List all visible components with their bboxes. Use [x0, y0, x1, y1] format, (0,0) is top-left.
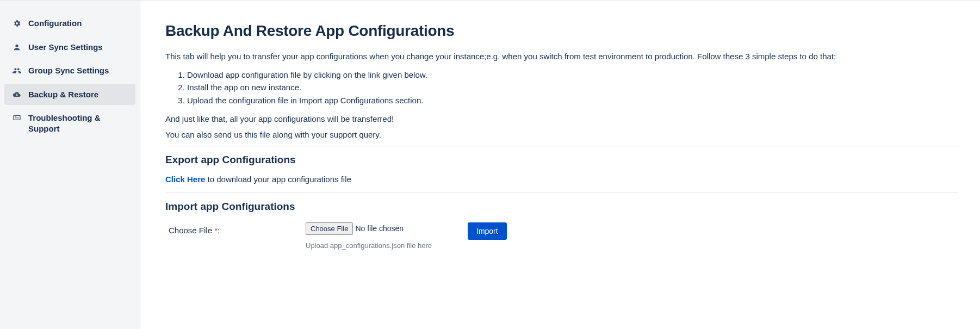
sidebar-item-group-sync[interactable]: Group Sync Settings [4, 60, 135, 82]
sidebar-item-label: Configuration [28, 18, 128, 29]
sidebar-item-user-sync[interactable]: User Sync Settings [4, 36, 135, 58]
choose-file-label: Choose File *: [165, 222, 296, 235]
gear-icon [12, 18, 22, 28]
sidebar-item-label: User Sync Settings [28, 42, 128, 53]
sidebar-item-label: Group Sync Settings [28, 65, 128, 76]
sidebar-item-backup-restore[interactable]: Backup & Restore [4, 84, 135, 105]
step-item: Download app configuration file by click… [187, 69, 958, 81]
main-content: Backup And Restore App Configurations Th… [140, 1, 980, 329]
sidebar-item-troubleshooting[interactable]: Troubleshooting & Support [4, 107, 135, 139]
users-icon [12, 66, 22, 76]
sidebar-item-label: Troubleshooting & Support [28, 113, 128, 134]
sidebar-item-configuration[interactable]: Configuration [4, 13, 135, 34]
import-button[interactable]: Import [468, 222, 507, 240]
divider [165, 193, 958, 193]
export-row: Click Here to download your app configur… [165, 175, 958, 184]
download-link[interactable]: Click Here [165, 175, 205, 184]
page-title: Backup And Restore App Configurations [165, 22, 958, 40]
step-item: Upload the configuration file in Import … [187, 94, 958, 107]
cloud-download-icon [12, 90, 22, 100]
support-paragraph: You can also send us this file along wit… [165, 130, 958, 139]
step-item: Install the app on new instance. [187, 81, 958, 94]
steps-list: Download app configuration file by click… [187, 69, 958, 107]
divider [165, 146, 958, 146]
import-button-column: Import [468, 222, 507, 240]
export-heading: Export app Configurations [165, 154, 958, 166]
import-form-row: Choose File *: Choose FileNo file chosen… [165, 222, 958, 250]
upload-hint: Upload app_configurations.json file here [306, 241, 458, 250]
import-heading: Import app Configurations [165, 201, 958, 213]
export-suffix: to download your app configurations file [205, 175, 351, 184]
choose-file-button[interactable]: Choose File [306, 222, 353, 235]
user-icon [12, 42, 22, 52]
svg-rect-1 [15, 117, 19, 118]
sidebar-item-label: Backup & Restore [28, 89, 128, 100]
outro-paragraph: And just like that, all your app configu… [165, 114, 958, 123]
support-icon [12, 113, 22, 123]
file-status: No file chosen [355, 224, 404, 233]
sidebar: Configuration User Sync Settings Group S… [0, 1, 140, 329]
svg-rect-0 [15, 116, 16, 117]
intro-paragraph: This tab will help you to transfer your … [165, 52, 958, 61]
file-input-column: Choose FileNo file chosen Upload app_con… [306, 222, 458, 250]
